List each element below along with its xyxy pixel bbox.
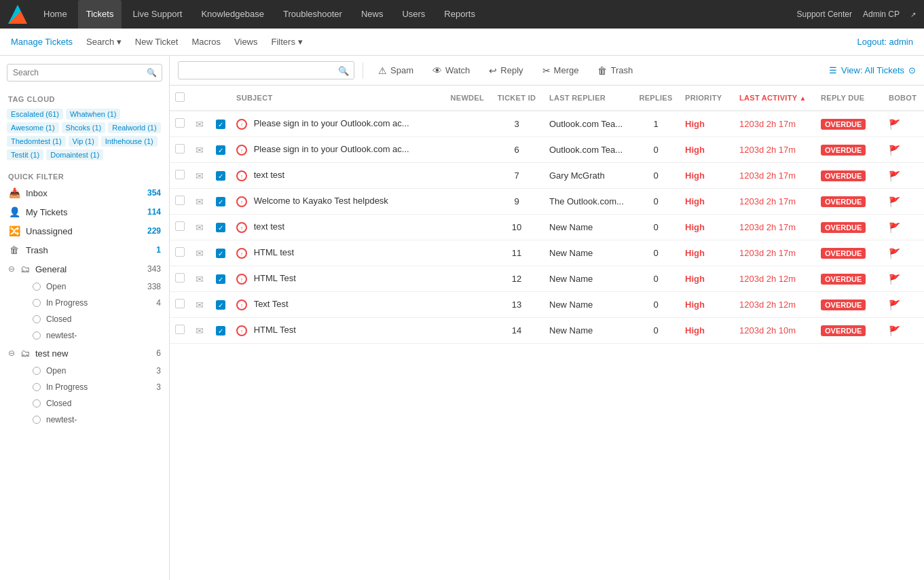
dept-testnew-closed[interactable]: Closed	[0, 395, 169, 412]
tag-awesome[interactable]: Awesome (1)	[7, 122, 59, 133]
row-checkbox-5[interactable]	[175, 247, 185, 257]
ticket-subject-1[interactable]: Please sign in to your Outlook.com ac...	[254, 144, 409, 154]
table-row[interactable]: ✉ ✓ ↑ Welcome to Kayako Test helpdesk 9 …	[170, 189, 924, 215]
dept-general-collapse[interactable]: ⊖	[8, 264, 15, 274]
col-newdel[interactable]: NEWDEL	[445, 86, 489, 111]
dept-testnew-newtest[interactable]: newtest-	[0, 412, 169, 428]
col-lastreplier[interactable]: LAST REPLIER	[544, 86, 632, 111]
dept-testnew-collapse[interactable]: ⊖	[8, 348, 15, 358]
dept-testnew-closed-radio[interactable]	[33, 399, 41, 407]
ticket-check-6[interactable]: ✓	[216, 274, 225, 284]
dept-testnew-inprogress-radio[interactable]	[33, 383, 41, 391]
view-selector[interactable]: ☰ View: All Tickets ⊙	[829, 65, 916, 75]
spam-button[interactable]: ⚠ Spam	[371, 62, 420, 79]
col-replies[interactable]: REPLIES	[632, 86, 680, 111]
nav-live-support[interactable]: Live Support	[124, 0, 190, 29]
ticket-subject-5[interactable]: HTML test	[254, 247, 294, 257]
tag-domaintest[interactable]: Domaintest (1)	[46, 149, 103, 160]
filter-unassigned[interactable]: 🔀 Unassigned 229	[0, 221, 169, 240]
external-icon[interactable]: ↗	[910, 11, 916, 18]
logo-icon[interactable]	[8, 5, 27, 24]
ticket-check-1[interactable]: ✓	[216, 145, 225, 155]
dept-testnew-open-radio[interactable]	[33, 367, 41, 375]
dept-general-closed[interactable]: Closed	[0, 311, 169, 327]
dept-testnew-inprogress[interactable]: In Progress 3	[0, 379, 169, 395]
ticket-subject-7[interactable]: Text Test	[254, 299, 289, 309]
tag-realworld[interactable]: Realworld (1)	[108, 122, 160, 133]
tag-shcoks[interactable]: Shcoks (1)	[62, 122, 106, 133]
table-row[interactable]: ✉ ✓ ↑ text test 10 New Name 0 High 1203d…	[170, 215, 924, 240]
dept-general-inprogress-radio[interactable]	[33, 299, 41, 307]
tag-thedomtest[interactable]: Thedomtest (1)	[7, 136, 66, 147]
nav-knowledgebase[interactable]: Knowledgebase	[193, 0, 272, 29]
table-row[interactable]: ✉ ✓ ↑ text test 7 Gary McGrath 0 High 12…	[170, 163, 924, 189]
table-row[interactable]: ✉ ✓ ↑ HTML Test 14 New Name 0 High 1203d…	[170, 318, 924, 344]
nav-filters[interactable]: Filters ▾	[272, 29, 303, 56]
row-checkbox-2[interactable]	[175, 170, 185, 179]
ticket-subject-6[interactable]: HTML Test	[254, 273, 296, 283]
filter-inbox[interactable]: 📥 Inbox 354	[0, 183, 169, 202]
tag-whatwhen[interactable]: Whatwhen (1)	[66, 109, 120, 120]
admin-cp-link[interactable]: Admin CP	[863, 10, 900, 19]
toolbar-search-input[interactable]	[178, 61, 354, 79]
col-priority[interactable]: PRIORITY	[680, 86, 734, 111]
row-checkbox-8[interactable]	[175, 325, 185, 334]
nav-troubleshooter[interactable]: Troubleshooter	[275, 0, 350, 29]
row-checkbox-0[interactable]	[175, 118, 185, 128]
ticket-check-2[interactable]: ✓	[216, 171, 225, 181]
table-row[interactable]: ✉ ✓ ↑ Text Test 13 New Name 0 High 1203d…	[170, 292, 924, 318]
dept-testnew-newtest-radio[interactable]	[33, 416, 41, 424]
ticket-subject-4[interactable]: text test	[254, 221, 285, 232]
ticket-subject-8[interactable]: HTML Test	[254, 325, 296, 335]
dept-general-inprogress[interactable]: In Progress 4	[0, 295, 169, 311]
support-center-link[interactable]: Support Center	[797, 10, 852, 19]
watch-button[interactable]: 👁 Watch	[426, 62, 477, 79]
table-row[interactable]: ✉ ✓ ↑ HTML test 11 New Name 0 High 1203d…	[170, 240, 924, 266]
dept-general-closed-radio[interactable]	[33, 315, 41, 323]
table-row[interactable]: ✉ ✓ ↑ HTML Test 12 New Name 0 High 1203d…	[170, 266, 924, 292]
ticket-check-3[interactable]: ✓	[216, 197, 225, 206]
dept-testnew[interactable]: ⊖ 🗂 test new 6	[0, 344, 169, 363]
logout-link[interactable]: Logout: admin	[857, 37, 913, 47]
nav-tickets[interactable]: Tickets	[78, 0, 122, 29]
nav-reports[interactable]: Reports	[436, 0, 483, 29]
table-row[interactable]: ✉ ✓ ↑ Please sign in to your Outlook.com…	[170, 137, 924, 163]
col-lastactivity[interactable]: LAST ACTIVITY ▲	[734, 86, 815, 111]
col-ticketid[interactable]: TICKET ID	[489, 86, 544, 111]
row-checkbox-6[interactable]	[175, 273, 185, 283]
merge-button[interactable]: ✂ Merge	[536, 62, 586, 79]
tag-vip[interactable]: Vip (1)	[69, 136, 98, 147]
col-subject[interactable]: SUBJECT	[231, 86, 445, 111]
nav-views[interactable]: Views	[234, 29, 257, 56]
ticket-check-7[interactable]: ✓	[216, 300, 225, 310]
sidebar-search-input[interactable]	[7, 64, 162, 81]
nav-manage-tickets[interactable]: Manage Tickets	[11, 29, 73, 56]
filter-trash[interactable]: 🗑 Trash 1	[0, 240, 169, 259]
dept-testnew-open[interactable]: Open 3	[0, 363, 169, 379]
col-replydue[interactable]: REPLY DUE	[815, 86, 883, 111]
ticket-check-5[interactable]: ✓	[216, 249, 225, 258]
tag-inthehouse[interactable]: Inthehouse (1)	[101, 136, 158, 147]
table-row[interactable]: ✉ ✓ ↑ Please sign in to your Outlook.com…	[170, 111, 924, 137]
row-checkbox-3[interactable]	[175, 196, 185, 205]
ticket-check-8[interactable]: ✓	[216, 326, 225, 336]
ticket-check-0[interactable]: ✓	[216, 120, 225, 129]
row-checkbox-1[interactable]	[175, 144, 185, 153]
filter-my-tickets[interactable]: 👤 My Tickets 114	[0, 202, 169, 221]
ticket-check-4[interactable]: ✓	[216, 223, 225, 232]
tag-testit[interactable]: Testit (1)	[7, 149, 43, 160]
nav-news[interactable]: News	[353, 0, 392, 29]
tag-escalated[interactable]: Escalated (61)	[7, 109, 63, 120]
trash-button[interactable]: 🗑 Trash	[591, 62, 640, 79]
dept-general-newtest-radio[interactable]	[33, 331, 41, 340]
dept-general[interactable]: ⊖ 🗂 General 343	[0, 259, 169, 278]
dept-general-open[interactable]: Open 338	[0, 278, 169, 295]
select-all-checkbox[interactable]	[175, 92, 185, 102]
ticket-subject-3[interactable]: Welcome to Kayako Test helpdesk	[254, 196, 388, 206]
ticket-subject-0[interactable]: Please sign in to your Outlook.com ac...	[254, 118, 409, 128]
dept-general-newtest[interactable]: newtest-	[0, 327, 169, 344]
row-checkbox-4[interactable]	[175, 221, 185, 231]
col-bobot[interactable]: BOBOT	[883, 86, 924, 111]
reply-button[interactable]: ↩ Reply	[482, 62, 530, 79]
row-checkbox-7[interactable]	[175, 299, 185, 308]
